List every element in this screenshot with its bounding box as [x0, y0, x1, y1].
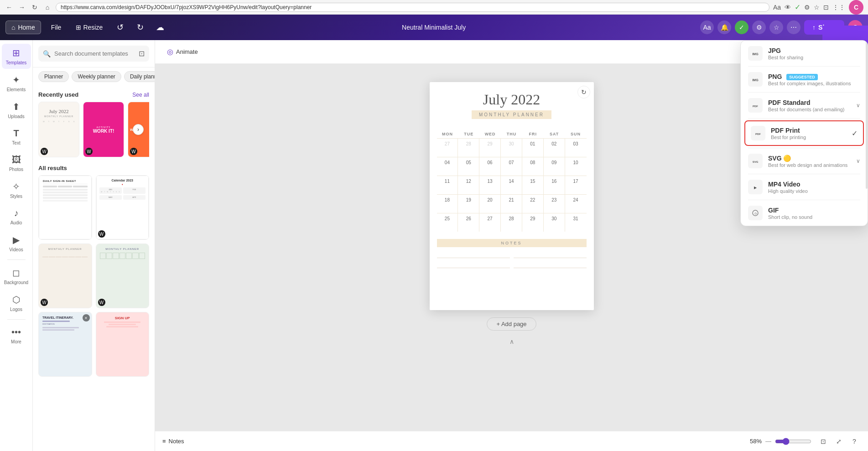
animate-button[interactable]: ◎ Animate: [162, 45, 203, 59]
canva-topbar: ⌂ Home File ⊞ Resize ↺ ↻ ☁ Neutral Minim…: [0, 15, 868, 40]
search-input[interactable]: [54, 50, 135, 57]
styles-label: Styles: [10, 194, 22, 199]
mp4-info: MP4 Video High quality video: [768, 181, 860, 194]
export-option-jpg[interactable]: IMG JPG Best for sharing: [741, 41, 868, 66]
browser-icons: Aa 👁 ✓ ⚙ ☆ ⊡ ⋮⋮ C: [773, 0, 863, 15]
sidebar-item-logos[interactable]: ⬡ Logos: [2, 290, 31, 316]
fullscreen-button[interactable]: ⤢: [832, 435, 845, 448]
forward-button[interactable]: →: [17, 3, 26, 12]
url-bar[interactable]: https://www.canva.com/design/DAFDyJOObxU…: [56, 3, 769, 12]
zoom-level: 58%: [750, 438, 762, 445]
template-monthly-2[interactable]: MONTHLY PLANNER W: [96, 244, 150, 308]
uploads-icon: ⬆: [12, 101, 20, 112]
sidebar-item-more[interactable]: ••• More: [2, 323, 31, 348]
export-option-mp4[interactable]: ▶ MP4 Video High quality video: [741, 174, 868, 200]
template-travel[interactable]: TRAVEL ITINERARY. DESTINATION ×: [38, 312, 92, 377]
sidebar-item-elements[interactable]: ✦ Elements: [2, 71, 31, 96]
export-scrollbar[interactable]: [866, 41, 868, 189]
notes-button[interactable]: ≡ Notes: [162, 438, 184, 445]
templates-search: 🔍 ⊡: [33, 40, 155, 67]
filter-button[interactable]: ⊡: [139, 49, 145, 58]
templates-next-button[interactable]: ›: [133, 124, 144, 135]
see-all-button[interactable]: See all: [132, 92, 149, 98]
browser-chrome: ← → ↻ ⌂ https://www.canva.com/design/DAF…: [0, 0, 868, 15]
cloud-button[interactable]: ☁: [153, 20, 167, 35]
export-option-pdf-print[interactable]: PDF PDF Print Best for printing ✓: [744, 120, 864, 146]
sidebar-item-templates[interactable]: ⊞ Templates: [2, 44, 31, 69]
recent-template-2[interactable]: ACTIVITY WORK IT! W: [83, 102, 124, 157]
sidebar-item-uploads[interactable]: ⬆ Uploads: [2, 98, 31, 123]
topbar-icon-bell[interactable]: 🔔: [717, 21, 731, 34]
sidebar-item-audio[interactable]: ♪ Audio: [2, 204, 31, 229]
pdf-print-check-icon: ✓: [852, 129, 858, 138]
undo-button[interactable]: ↺: [113, 20, 127, 35]
canvas-page: ↻ July 2022 MONTHLY PLANNER MON TUE WED …: [430, 82, 594, 310]
template-monthly-1[interactable]: MONTHLY PLANNER W: [38, 244, 92, 308]
topbar-icon-aa[interactable]: Aa: [700, 21, 714, 34]
elements-label: Elements: [7, 87, 26, 92]
notes-col-1: [437, 251, 510, 271]
sidebar-item-videos[interactable]: ▶ Videos: [2, 231, 31, 256]
topbar-icon-settings[interactable]: ⚙: [752, 21, 766, 34]
export-option-gif[interactable]: ◷ GIF Short clip, no sound: [741, 200, 868, 226]
tag-weekly-planner[interactable]: Weekly planner: [72, 71, 121, 82]
png-info: PNG SUGGESTED Best for complex images, i…: [768, 73, 860, 86]
pdf-print-icon: PDF: [751, 126, 765, 140]
refresh-button[interactable]: ↻: [30, 3, 39, 12]
videos-icon: ▶: [13, 234, 20, 245]
recently-used-header: Recently used See all: [38, 91, 149, 98]
redo-button[interactable]: ↻: [133, 20, 147, 35]
refresh-design-button[interactable]: ↻: [577, 86, 590, 98]
crown-icon: 🟡: [783, 155, 791, 162]
sidebar-divider: [7, 259, 26, 260]
resize-button[interactable]: ⊞ Resize: [71, 21, 107, 34]
topbar-icon-star[interactable]: ☆: [769, 21, 783, 34]
back-button[interactable]: ←: [5, 3, 14, 12]
export-option-png[interactable]: IMG PNG SUGGESTED Best for complex image…: [741, 67, 868, 92]
help-button[interactable]: ?: [848, 435, 861, 448]
sidebar-item-background[interactable]: ◻ Background: [2, 264, 31, 289]
close-badge[interactable]: ×: [83, 314, 90, 321]
note-line: [514, 251, 587, 258]
template-calendar-2023[interactable]: Calendar 2023 ♦ JAN M T W T F: [96, 175, 150, 240]
tag-daily-planner[interactable]: Daily planner: [124, 71, 155, 82]
export-option-pdf-standard[interactable]: PDF PDF Standard Best for documents (and…: [741, 93, 868, 118]
notes-icon: ≡: [162, 438, 166, 445]
svg-text:IMG: IMG: [752, 78, 759, 82]
background-icon: ◻: [12, 267, 20, 278]
topbar-icon-more[interactable]: ⋯: [787, 21, 800, 34]
page-view-button[interactable]: ⊡: [817, 435, 830, 448]
template-sign-in[interactable]: DAILY SIGN-IN SHEET: [38, 175, 92, 240]
calendar-week-5: 25 26 27 28 29 30 31: [437, 213, 587, 232]
template-signup[interactable]: SIGN UP: [96, 312, 150, 377]
sidebar-item-text[interactable]: T Text: [2, 124, 31, 149]
home-button[interactable]: ⌂ Home: [5, 21, 41, 34]
jpg-icon: IMG: [748, 46, 763, 61]
audio-icon: ♪: [14, 208, 19, 218]
note-line: [437, 261, 510, 268]
all-results-grid: DAILY SIGN-IN SHEET: [38, 175, 149, 377]
zoom-control: 58% —: [750, 438, 811, 445]
gif-icon: ◷: [748, 206, 763, 220]
recently-used-title: Recently used: [38, 91, 78, 98]
svg-text:IMG: IMG: [752, 52, 759, 56]
calendar-grid: MON TUE WED THU FRI SAT SUN 27 28 2: [430, 128, 594, 235]
page-control: ⊡ ⤢ ?: [817, 435, 861, 448]
recent-template-1[interactable]: July 2022 MONTHLY PLANNER M T W T F S S: [38, 102, 79, 157]
avatar[interactable]: C: [849, 0, 863, 15]
topbar-icon-check[interactable]: ✓: [735, 21, 748, 34]
text-label: Text: [12, 140, 20, 145]
home-button[interactable]: ⌂: [43, 3, 52, 12]
export-option-svg[interactable]: SVG SVG 🟡 Best for web design and animat…: [741, 148, 868, 174]
add-page-section: + Add page: [487, 317, 536, 331]
calendar-title: July 2022: [439, 91, 585, 108]
search-box: 🔍 ⊡: [38, 46, 149, 62]
add-page-button[interactable]: + Add page: [487, 317, 536, 331]
sidebar-item-styles[interactable]: ✧ Styles: [2, 177, 31, 202]
file-button[interactable]: File: [47, 21, 66, 34]
zoom-slider[interactable]: [775, 438, 811, 445]
notes-label: NOTES: [437, 239, 587, 247]
tag-planner[interactable]: Planner: [38, 71, 69, 82]
sidebar-item-photos[interactable]: 🖼 Photos: [2, 151, 31, 176]
svg-text:SVG: SVG: [753, 161, 759, 163]
